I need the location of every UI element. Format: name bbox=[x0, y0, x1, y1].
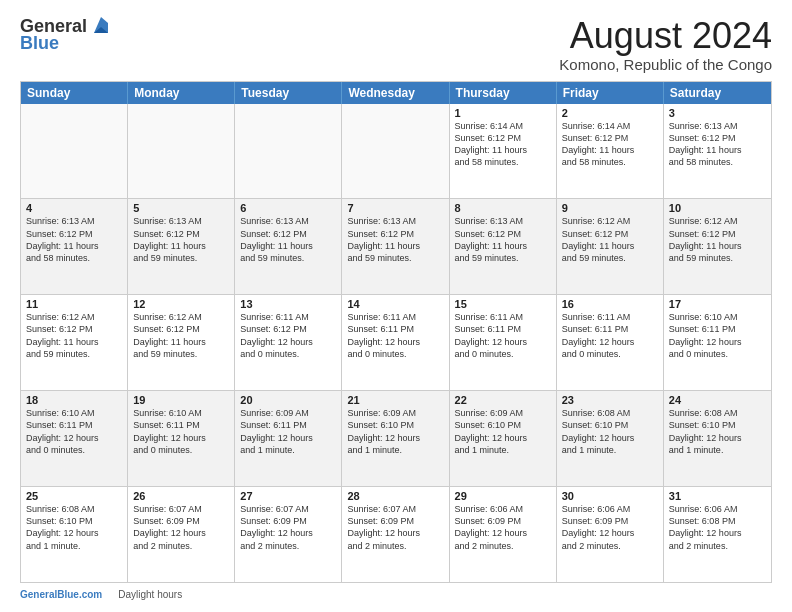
calendar-row-0: 1Sunrise: 6:14 AM Sunset: 6:12 PM Daylig… bbox=[21, 104, 771, 200]
day-info-9: Sunrise: 6:12 AM Sunset: 6:12 PM Dayligh… bbox=[562, 215, 658, 264]
day-num-4: 4 bbox=[26, 202, 122, 214]
calendar-row-3: 18Sunrise: 6:10 AM Sunset: 6:11 PM Dayli… bbox=[21, 391, 771, 487]
day-info-30: Sunrise: 6:06 AM Sunset: 6:09 PM Dayligh… bbox=[562, 503, 658, 552]
calendar-cell-r1-c3: 7Sunrise: 6:13 AM Sunset: 6:12 PM Daylig… bbox=[342, 199, 449, 294]
day-num-12: 12 bbox=[133, 298, 229, 310]
footer: GeneralBlue.com Daylight hours bbox=[20, 589, 772, 600]
day-info-4: Sunrise: 6:13 AM Sunset: 6:12 PM Dayligh… bbox=[26, 215, 122, 264]
calendar-cell-r2-c2: 13Sunrise: 6:11 AM Sunset: 6:12 PM Dayli… bbox=[235, 295, 342, 390]
day-num-16: 16 bbox=[562, 298, 658, 310]
location: Komono, Republic of the Congo bbox=[559, 56, 772, 73]
calendar-cell-r3-c1: 19Sunrise: 6:10 AM Sunset: 6:11 PM Dayli… bbox=[128, 391, 235, 486]
day-info-27: Sunrise: 6:07 AM Sunset: 6:09 PM Dayligh… bbox=[240, 503, 336, 552]
day-info-18: Sunrise: 6:10 AM Sunset: 6:11 PM Dayligh… bbox=[26, 407, 122, 456]
day-num-15: 15 bbox=[455, 298, 551, 310]
day-info-1: Sunrise: 6:14 AM Sunset: 6:12 PM Dayligh… bbox=[455, 120, 551, 169]
calendar-cell-r4-c3: 28Sunrise: 6:07 AM Sunset: 6:09 PM Dayli… bbox=[342, 487, 449, 582]
calendar-cell-r1-c0: 4Sunrise: 6:13 AM Sunset: 6:12 PM Daylig… bbox=[21, 199, 128, 294]
day-info-31: Sunrise: 6:06 AM Sunset: 6:08 PM Dayligh… bbox=[669, 503, 766, 552]
day-num-18: 18 bbox=[26, 394, 122, 406]
day-num-28: 28 bbox=[347, 490, 443, 502]
day-num-7: 7 bbox=[347, 202, 443, 214]
day-num-6: 6 bbox=[240, 202, 336, 214]
day-info-22: Sunrise: 6:09 AM Sunset: 6:10 PM Dayligh… bbox=[455, 407, 551, 456]
weekday-saturday: Saturday bbox=[664, 82, 771, 104]
day-info-14: Sunrise: 6:11 AM Sunset: 6:11 PM Dayligh… bbox=[347, 311, 443, 360]
weekday-friday: Friday bbox=[557, 82, 664, 104]
day-info-25: Sunrise: 6:08 AM Sunset: 6:10 PM Dayligh… bbox=[26, 503, 122, 552]
day-info-23: Sunrise: 6:08 AM Sunset: 6:10 PM Dayligh… bbox=[562, 407, 658, 456]
day-num-19: 19 bbox=[133, 394, 229, 406]
day-info-28: Sunrise: 6:07 AM Sunset: 6:09 PM Dayligh… bbox=[347, 503, 443, 552]
logo-icon bbox=[90, 15, 112, 37]
calendar-cell-r2-c5: 16Sunrise: 6:11 AM Sunset: 6:11 PM Dayli… bbox=[557, 295, 664, 390]
day-num-21: 21 bbox=[347, 394, 443, 406]
day-info-5: Sunrise: 6:13 AM Sunset: 6:12 PM Dayligh… bbox=[133, 215, 229, 264]
day-info-21: Sunrise: 6:09 AM Sunset: 6:10 PM Dayligh… bbox=[347, 407, 443, 456]
day-info-26: Sunrise: 6:07 AM Sunset: 6:09 PM Dayligh… bbox=[133, 503, 229, 552]
calendar-cell-r3-c4: 22Sunrise: 6:09 AM Sunset: 6:10 PM Dayli… bbox=[450, 391, 557, 486]
day-num-30: 30 bbox=[562, 490, 658, 502]
day-num-1: 1 bbox=[455, 107, 551, 119]
day-info-2: Sunrise: 6:14 AM Sunset: 6:12 PM Dayligh… bbox=[562, 120, 658, 169]
day-num-14: 14 bbox=[347, 298, 443, 310]
day-num-25: 25 bbox=[26, 490, 122, 502]
calendar-cell-r1-c2: 6Sunrise: 6:13 AM Sunset: 6:12 PM Daylig… bbox=[235, 199, 342, 294]
calendar-cell-r1-c6: 10Sunrise: 6:12 AM Sunset: 6:12 PM Dayli… bbox=[664, 199, 771, 294]
calendar-cell-r3-c2: 20Sunrise: 6:09 AM Sunset: 6:11 PM Dayli… bbox=[235, 391, 342, 486]
calendar-row-1: 4Sunrise: 6:13 AM Sunset: 6:12 PM Daylig… bbox=[21, 199, 771, 295]
day-num-29: 29 bbox=[455, 490, 551, 502]
calendar-row-4: 25Sunrise: 6:08 AM Sunset: 6:10 PM Dayli… bbox=[21, 487, 771, 582]
calendar-cell-r2-c0: 11Sunrise: 6:12 AM Sunset: 6:12 PM Dayli… bbox=[21, 295, 128, 390]
calendar-cell-r0-c4: 1Sunrise: 6:14 AM Sunset: 6:12 PM Daylig… bbox=[450, 104, 557, 199]
calendar-cell-r4-c1: 26Sunrise: 6:07 AM Sunset: 6:09 PM Dayli… bbox=[128, 487, 235, 582]
day-num-26: 26 bbox=[133, 490, 229, 502]
weekday-thursday: Thursday bbox=[450, 82, 557, 104]
calendar-cell-r0-c6: 3Sunrise: 6:13 AM Sunset: 6:12 PM Daylig… bbox=[664, 104, 771, 199]
day-num-5: 5 bbox=[133, 202, 229, 214]
header: General Blue August 2024 Komono, Republi… bbox=[20, 16, 772, 73]
day-info-11: Sunrise: 6:12 AM Sunset: 6:12 PM Dayligh… bbox=[26, 311, 122, 360]
calendar-cell-r4-c2: 27Sunrise: 6:07 AM Sunset: 6:09 PM Dayli… bbox=[235, 487, 342, 582]
calendar-cell-r0-c1 bbox=[128, 104, 235, 199]
calendar-cell-r1-c4: 8Sunrise: 6:13 AM Sunset: 6:12 PM Daylig… bbox=[450, 199, 557, 294]
day-num-22: 22 bbox=[455, 394, 551, 406]
day-num-31: 31 bbox=[669, 490, 766, 502]
calendar-cell-r0-c3 bbox=[342, 104, 449, 199]
day-num-2: 2 bbox=[562, 107, 658, 119]
day-num-24: 24 bbox=[669, 394, 766, 406]
calendar-cell-r4-c4: 29Sunrise: 6:06 AM Sunset: 6:09 PM Dayli… bbox=[450, 487, 557, 582]
calendar-row-2: 11Sunrise: 6:12 AM Sunset: 6:12 PM Dayli… bbox=[21, 295, 771, 391]
calendar-cell-r3-c0: 18Sunrise: 6:10 AM Sunset: 6:11 PM Dayli… bbox=[21, 391, 128, 486]
day-info-12: Sunrise: 6:12 AM Sunset: 6:12 PM Dayligh… bbox=[133, 311, 229, 360]
day-num-13: 13 bbox=[240, 298, 336, 310]
month-title: August 2024 bbox=[559, 16, 772, 56]
calendar-cell-r3-c3: 21Sunrise: 6:09 AM Sunset: 6:10 PM Dayli… bbox=[342, 391, 449, 486]
day-num-11: 11 bbox=[26, 298, 122, 310]
day-info-13: Sunrise: 6:11 AM Sunset: 6:12 PM Dayligh… bbox=[240, 311, 336, 360]
calendar-cell-r4-c6: 31Sunrise: 6:06 AM Sunset: 6:08 PM Dayli… bbox=[664, 487, 771, 582]
day-info-19: Sunrise: 6:10 AM Sunset: 6:11 PM Dayligh… bbox=[133, 407, 229, 456]
day-num-10: 10 bbox=[669, 202, 766, 214]
footer-daylight-label: Daylight hours bbox=[118, 589, 182, 600]
calendar-cell-r0-c0 bbox=[21, 104, 128, 199]
calendar-cell-r0-c2 bbox=[235, 104, 342, 199]
calendar: Sunday Monday Tuesday Wednesday Thursday… bbox=[20, 81, 772, 583]
day-info-10: Sunrise: 6:12 AM Sunset: 6:12 PM Dayligh… bbox=[669, 215, 766, 264]
calendar-cell-r0-c5: 2Sunrise: 6:14 AM Sunset: 6:12 PM Daylig… bbox=[557, 104, 664, 199]
weekday-monday: Monday bbox=[128, 82, 235, 104]
logo: General Blue bbox=[20, 16, 112, 54]
calendar-cell-r3-c5: 23Sunrise: 6:08 AM Sunset: 6:10 PM Dayli… bbox=[557, 391, 664, 486]
weekday-sunday: Sunday bbox=[21, 82, 128, 104]
day-num-3: 3 bbox=[669, 107, 766, 119]
day-num-27: 27 bbox=[240, 490, 336, 502]
calendar-cell-r2-c1: 12Sunrise: 6:12 AM Sunset: 6:12 PM Dayli… bbox=[128, 295, 235, 390]
calendar-cell-r1-c1: 5Sunrise: 6:13 AM Sunset: 6:12 PM Daylig… bbox=[128, 199, 235, 294]
calendar-cell-r2-c3: 14Sunrise: 6:11 AM Sunset: 6:11 PM Dayli… bbox=[342, 295, 449, 390]
title-block: August 2024 Komono, Republic of the Cong… bbox=[559, 16, 772, 73]
day-num-17: 17 bbox=[669, 298, 766, 310]
weekday-tuesday: Tuesday bbox=[235, 82, 342, 104]
footer-logo: GeneralBlue.com bbox=[20, 589, 102, 600]
calendar-header: Sunday Monday Tuesday Wednesday Thursday… bbox=[21, 82, 771, 104]
day-info-8: Sunrise: 6:13 AM Sunset: 6:12 PM Dayligh… bbox=[455, 215, 551, 264]
